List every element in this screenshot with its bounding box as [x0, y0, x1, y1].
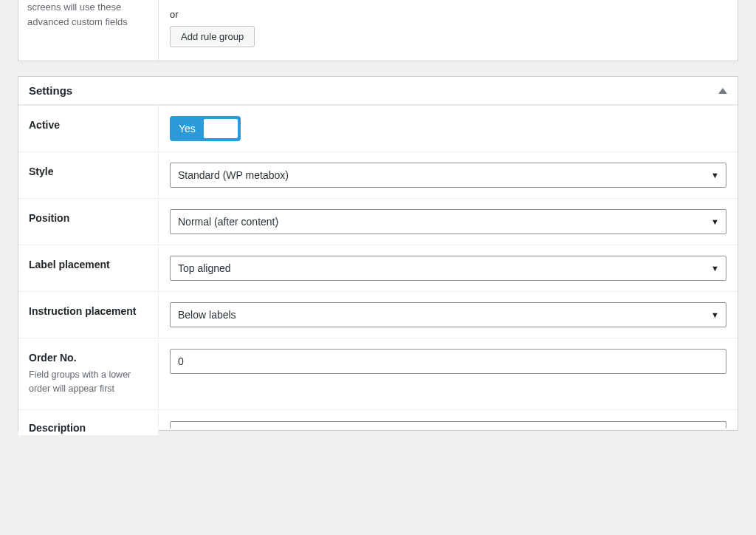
active-toggle[interactable]: Yes	[170, 116, 241, 141]
order-no-label: Order No.	[29, 352, 148, 364]
settings-title: Settings	[29, 84, 72, 97]
order-no-desc: Field groups with a lower order will app…	[29, 368, 148, 396]
description-label: Description	[18, 410, 159, 435]
collapse-icon[interactable]	[718, 88, 727, 94]
active-label: Active	[18, 106, 159, 151]
description-input[interactable]	[170, 421, 726, 429]
instruction-placement-select[interactable]: Below labels	[170, 302, 726, 327]
add-rule-group-button[interactable]: Add rule group	[170, 26, 255, 47]
instruction-placement-label: Instruction placement	[18, 292, 159, 338]
position-label: Position	[18, 199, 159, 245]
label-placement-select[interactable]: Top aligned	[170, 256, 726, 281]
active-toggle-label: Yes	[171, 123, 196, 134]
style-select[interactable]: Standard (WP metabox)	[170, 163, 726, 188]
label-placement-label: Label placement	[18, 245, 159, 291]
order-no-input[interactable]	[170, 349, 726, 374]
style-label: Style	[18, 152, 159, 198]
position-select[interactable]: Normal (after content)	[170, 209, 726, 234]
or-label: or	[170, 9, 726, 20]
toggle-knob	[204, 119, 238, 138]
rules-description-text: screens will use these advanced custom f…	[18, 0, 159, 61]
